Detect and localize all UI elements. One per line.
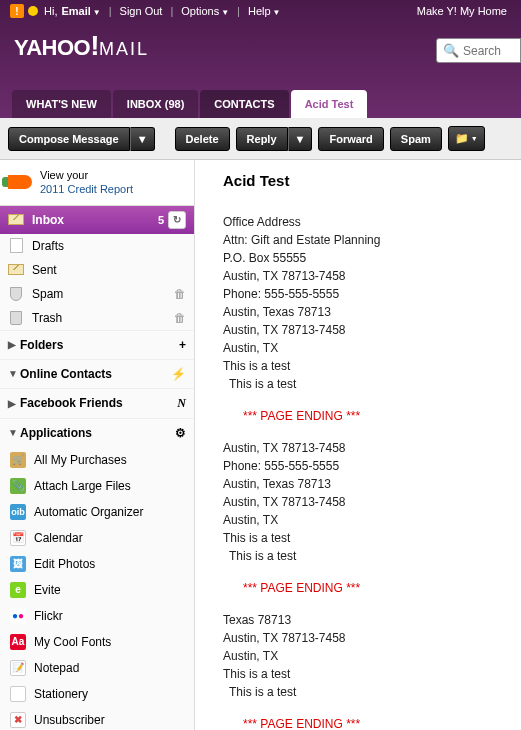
refresh-icon[interactable]: ↻ <box>168 211 186 229</box>
app-unsubscriber[interactable]: ✖Unsubscriber <box>0 707 194 730</box>
forward-button[interactable]: Forward <box>318 127 383 151</box>
page-ending: *** PAGE ENDING *** <box>243 579 521 597</box>
header: ! Hi, Email▼ | Sign Out | Options▼ | Hel… <box>0 0 521 118</box>
text-line: P.O. Box 55555 <box>223 249 521 267</box>
move-button[interactable]: 📁▼ <box>448 126 485 151</box>
search-box[interactable]: 🔍 <box>436 38 521 63</box>
text-line: Austin, TX <box>223 647 521 665</box>
notepad-icon: 📝 <box>10 660 26 676</box>
gear-icon[interactable]: ⚙ <box>175 426 186 440</box>
app-stationery[interactable]: ✉Stationery <box>0 681 194 707</box>
clip-icon: 📎 <box>10 478 26 494</box>
unsubscriber-icon: ✖ <box>10 712 26 728</box>
app-organizer[interactable]: oibAutomatic Organizer <box>0 499 194 525</box>
chevron-right-icon: ▶ <box>8 339 20 350</box>
delete-button[interactable]: Delete <box>175 127 230 151</box>
app-flickr[interactable]: ●●Flickr <box>0 603 194 629</box>
tab-acid-test[interactable]: Acid Test <box>291 90 368 118</box>
text-line: Texas 78713 <box>223 611 521 629</box>
email-content: Acid Test Office AddressAttn: Gift and E… <box>195 160 521 730</box>
fonts-icon: Aa <box>10 634 26 650</box>
page-ending: *** PAGE ENDING *** <box>243 407 521 425</box>
shield-icon <box>8 287 24 301</box>
text-line: This is a test <box>223 529 521 547</box>
folder-sent[interactable]: Sent <box>0 258 194 282</box>
alert-badge-icon[interactable]: ! <box>10 4 24 18</box>
section-facebook-friends[interactable]: ▶ Facebook Friends N <box>0 388 194 418</box>
toolbar: Compose Message ▼ Delete Reply ▼ Forward… <box>0 118 521 160</box>
folder-drafts[interactable]: Drafts <box>0 234 194 258</box>
status-icon <box>28 6 38 16</box>
folder-trash[interactable]: Trash 🗑 <box>0 306 194 330</box>
stationery-icon: ✉ <box>10 686 26 702</box>
text-line: This is a test <box>229 547 521 565</box>
tab-contacts[interactable]: CONTACTS <box>200 90 288 118</box>
promo[interactable]: View your 2011 Credit Report <box>0 160 194 206</box>
top-bar: ! Hi, Email▼ | Sign Out | Options▼ | Hel… <box>0 0 521 22</box>
section-applications[interactable]: ▼ Applications ⚙ <box>0 418 194 447</box>
trash-icon <box>8 311 24 325</box>
email-title: Acid Test <box>223 172 521 189</box>
tab-whats-new[interactable]: WHAT'S NEW <box>12 90 111 118</box>
promo-link[interactable]: 2011 Credit Report <box>40 183 133 195</box>
text-line: This is a test <box>229 375 521 393</box>
text-line: Austin, TX <box>223 511 521 529</box>
text-line: Austin, TX 78713-7458 <box>223 629 521 647</box>
text-line: This is a test <box>229 683 521 701</box>
sent-icon <box>8 263 24 277</box>
photo-icon: 🖼 <box>10 556 26 572</box>
cart-icon: 🛒 <box>10 452 26 468</box>
bolt-off-icon[interactable]: N <box>177 396 186 411</box>
spam-button[interactable]: Spam <box>390 127 442 151</box>
oib-icon: oib <box>10 504 26 520</box>
greeting: Hi, <box>44 5 57 17</box>
tabs: WHAT'S NEW INBOX (98) CONTACTS Acid Test <box>12 90 369 118</box>
text-line: Austin, TX <box>223 339 521 357</box>
text-line: Office Address <box>223 213 521 231</box>
section-online-contacts[interactable]: ▼ Online Contacts ⚡ <box>0 359 194 388</box>
text-line: Austin, Texas 78713 <box>223 303 521 321</box>
add-folder-icon[interactable]: + <box>179 338 186 352</box>
app-notepad[interactable]: 📝Notepad <box>0 655 194 681</box>
compose-dropdown[interactable]: ▼ <box>130 127 155 151</box>
inbox-count: 5 <box>158 214 164 226</box>
chevron-down-icon: ▼ <box>8 368 20 379</box>
bolt-icon[interactable]: ⚡ <box>171 367 186 381</box>
calendar-icon: 📅 <box>10 530 26 546</box>
text-line: Austin, Texas 78713 <box>223 475 521 493</box>
text-line: Austin, TX 78713-7458 <box>223 267 521 285</box>
options-link[interactable]: Options▼ <box>181 5 229 17</box>
sign-out-link[interactable]: Sign Out <box>120 5 163 17</box>
text-line: This is a test <box>223 665 521 683</box>
make-home-link[interactable]: Make Y! My Home <box>417 5 507 17</box>
reply-button[interactable]: Reply <box>236 127 288 151</box>
compose-button[interactable]: Compose Message <box>8 127 130 151</box>
promo-line1: View your <box>40 168 133 182</box>
text-line: Phone: 555-555-5555 <box>223 457 521 475</box>
search-input[interactable] <box>463 44 518 58</box>
chevron-down-icon: ▼ <box>8 427 20 438</box>
page-ending: *** PAGE ENDING *** <box>243 715 521 730</box>
app-fonts[interactable]: AaMy Cool Fonts <box>0 629 194 655</box>
section-folders[interactable]: ▶ Folders + <box>0 330 194 359</box>
help-link[interactable]: Help▼ <box>248 5 281 17</box>
text-line: Austin, TX 78713-7458 <box>223 321 521 339</box>
evite-icon: e <box>10 582 26 598</box>
app-purchases[interactable]: 🛒All My Purchases <box>0 447 194 473</box>
app-attach[interactable]: 📎Attach Large Files <box>0 473 194 499</box>
reply-dropdown[interactable]: ▼ <box>288 127 313 151</box>
app-calendar[interactable]: 📅Calendar <box>0 525 194 551</box>
text-line: Attn: Gift and Estate Planning <box>223 231 521 249</box>
folder-inbox[interactable]: Inbox 5 ↻ <box>0 206 194 234</box>
app-photos[interactable]: 🖼Edit Photos <box>0 551 194 577</box>
tab-inbox[interactable]: INBOX (98) <box>113 90 198 118</box>
folder-spam[interactable]: Spam 🗑 <box>0 282 194 306</box>
text-line: This is a test <box>223 357 521 375</box>
text-line: Austin, TX 78713-7458 <box>223 493 521 511</box>
sidebar: View your 2011 Credit Report Inbox 5 ↻ D… <box>0 160 195 730</box>
app-evite[interactable]: eEvite <box>0 577 194 603</box>
text-line: Phone: 555-555-5555 <box>223 285 521 303</box>
empty-spam-icon[interactable]: 🗑 <box>174 287 186 301</box>
empty-trash-icon[interactable]: 🗑 <box>174 311 186 325</box>
email-link[interactable]: Email▼ <box>61 5 100 17</box>
